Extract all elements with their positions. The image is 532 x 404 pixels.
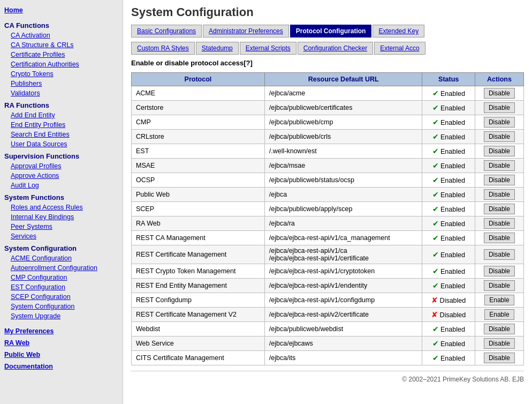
disable-button[interactable]: Disable <box>484 88 515 99</box>
disable-button[interactable]: Disable <box>484 146 515 156</box>
sidebar-item-end-entity-profiles[interactable]: End Entity Profiles <box>0 120 123 130</box>
sidebar-item-ca-activation[interactable]: CA Activation <box>0 31 123 40</box>
disable-button[interactable]: Disable <box>484 131 515 142</box>
disable-button[interactable]: Disable <box>484 266 515 276</box>
sidebar-item-internal-key-bindings[interactable]: Internal Key Bindings <box>0 212 123 222</box>
protocol-cell: ACME <box>132 86 265 101</box>
sidebar-my-preferences[interactable]: My Preferences <box>0 325 123 337</box>
url-cell: /ejbca/publicweb/cmp <box>264 115 422 130</box>
url-cell: /ejbca/publicweb/apply/scep <box>264 202 422 216</box>
sidebar-ra-web[interactable]: RA Web <box>0 337 123 349</box>
action-cell: Disable <box>475 159 523 173</box>
disable-button[interactable]: Disable <box>484 160 515 171</box>
url-cell: /ejbca/msae <box>264 159 422 173</box>
sidebar-item-est-configuration[interactable]: EST Configuration <box>0 282 123 292</box>
disable-button[interactable]: Disable <box>484 204 515 214</box>
disable-button[interactable]: Disable <box>484 280 515 291</box>
disable-button[interactable]: Disable <box>484 102 515 113</box>
action-cell: Disable <box>475 86 523 101</box>
sidebar-item-certification-authorities[interactable]: Certification Authorities <box>0 59 123 69</box>
disable-button[interactable]: Disable <box>484 324 515 334</box>
status-cell: ✔ Enabled <box>422 216 475 231</box>
sidebar-item-approval-profiles[interactable]: Approval Profiles <box>0 161 123 171</box>
check-icon: ✔ <box>432 118 439 126</box>
table-row: Public Web/ejbca✔ EnabledDisable <box>132 188 524 202</box>
sidebar-item-services[interactable]: Services <box>0 231 123 241</box>
sidebar-item-system-upgrade[interactable]: System Upgrade <box>0 311 123 321</box>
tabs-row: Basic Configurations Administrator Prefe… <box>131 25 524 38</box>
protocol-cell: Web Service <box>132 336 265 351</box>
table-row: CRLstore/ejbca/publicweb/crls✔ EnabledDi… <box>132 130 524 144</box>
sidebar-item-ca-structure-crls[interactable]: CA Structure & CRLs <box>0 40 123 50</box>
sidebar-system-configuration-title: System Configuration <box>0 241 123 253</box>
tab-basic[interactable]: Basic Configurations <box>131 25 202 38</box>
tab-admin[interactable]: Administrator Preferences <box>203 25 289 38</box>
tab-statedump[interactable]: Statedump <box>196 42 239 55</box>
sidebar-item-search-end-entities[interactable]: Search End Entities <box>0 130 123 139</box>
disable-button[interactable]: Disable <box>484 175 515 185</box>
disable-button[interactable]: Disable <box>484 117 515 128</box>
protocol-cell: Certstore <box>132 101 265 115</box>
col-header-actions: Actions <box>475 73 523 86</box>
url-cell: /ejbca/ejbca-rest-api/v1/endentity <box>264 279 422 293</box>
sidebar-item-certificate-profiles[interactable]: Certificate Profiles <box>0 50 123 59</box>
sidebar-item-validators[interactable]: Validators <box>0 88 123 98</box>
sidebar-public-web[interactable]: Public Web <box>0 349 123 361</box>
sidebar-item-scep-configuration[interactable]: SCEP Configuration <box>0 292 123 302</box>
enable-button[interactable]: Enable <box>484 309 514 320</box>
table-row: Webdist/ejbca/publicweb/webdist✔ Enabled… <box>132 322 524 336</box>
url-cell: /ejbca/ejbca-rest-api/v1/configdump <box>264 293 422 308</box>
enable-button[interactable]: Enable <box>484 295 514 305</box>
disable-button[interactable]: Disable <box>484 353 515 363</box>
action-cell: Disable <box>475 115 523 130</box>
protocol-cell: EST <box>132 144 265 159</box>
protocol-cell: Webdist <box>132 322 265 336</box>
footer: © 2002–2021 PrimeKey Solutions AB. EJB <box>131 371 524 387</box>
url-cell: /ejbca/ejbca-rest-api/v1/cryptotoken <box>264 264 422 279</box>
sidebar-item-approve-actions[interactable]: Approve Actions <box>0 171 123 181</box>
tab-protocol[interactable]: Protocol Configuration <box>290 25 372 38</box>
disable-button[interactable]: Disable <box>484 249 515 260</box>
check-icon: ✔ <box>432 103 439 112</box>
protocol-cell: OCSP <box>132 173 265 188</box>
tab-custom-ra[interactable]: Custom RA Styles <box>131 42 195 55</box>
sidebar-item-cmp-configuration[interactable]: CMP Configuration <box>0 273 123 282</box>
check-icon: ✔ <box>432 161 439 170</box>
sidebar-item-roles-access-rules[interactable]: Roles and Access Rules <box>0 203 123 212</box>
tab-external-acco[interactable]: External Acco <box>374 42 425 55</box>
table-row: REST Certificate Management V2/ejbca/ejb… <box>132 308 524 322</box>
sidebar-item-audit-log[interactable]: Audit Log <box>0 181 123 190</box>
sidebar-item-publishers[interactable]: Publishers <box>0 79 123 88</box>
url-cell: /ejbca/publicweb/status/ocsp <box>264 173 422 188</box>
disable-button[interactable]: Disable <box>484 189 515 200</box>
col-header-url: Resource Default URL <box>264 73 422 86</box>
sidebar-home[interactable]: Home <box>0 4 123 18</box>
sidebar-item-add-end-entity[interactable]: Add End Entity <box>0 110 123 120</box>
sidebar-item-crypto-tokens[interactable]: Crypto Tokens <box>0 69 123 79</box>
sidebar-item-autoenrollment-configuration[interactable]: Autoenrollment Configuration <box>0 263 123 273</box>
url-cell: /ejbca/its <box>264 351 422 365</box>
tab-external-scripts[interactable]: External Scripts <box>240 42 297 55</box>
protocol-table: Protocol Resource Default URL Status Act… <box>131 72 524 365</box>
sidebar-ra-functions-title: RA Functions <box>0 98 123 110</box>
tab-extended-key[interactable]: Extended Key <box>373 25 424 38</box>
disable-button[interactable]: Disable <box>484 218 515 229</box>
cross-icon: ✘ <box>431 296 438 304</box>
check-icon: ✔ <box>432 339 439 348</box>
action-cell: Disable <box>475 351 523 365</box>
sidebar-item-system-configuration-link[interactable]: System Configuration <box>0 302 123 311</box>
sidebar-item-acme-configuration[interactable]: ACME Configuration <box>0 253 123 263</box>
disable-button[interactable]: Disable <box>484 233 515 243</box>
tabs-row-2: Custom RA Styles Statedump External Scri… <box>131 42 524 55</box>
disable-button[interactable]: Disable <box>484 338 515 349</box>
sidebar-documentation[interactable]: Documentation <box>0 361 123 372</box>
table-row: REST Configdump/ejbca/ejbca-rest-api/v1/… <box>132 293 524 308</box>
status-cell: ✔ Enabled <box>422 173 475 188</box>
check-icon: ✔ <box>432 205 439 213</box>
protocol-cell: REST Crypto Token Management <box>132 264 265 279</box>
sidebar-item-user-data-sources[interactable]: User Data Sources <box>0 139 123 149</box>
tab-config-checker[interactable]: Configuration Checker <box>298 42 373 55</box>
sidebar-item-peer-systems[interactable]: Peer Systems <box>0 222 123 231</box>
enable-disable-text: Enable or disable protocol access[?] <box>131 59 524 67</box>
url-cell: /.well-known/est <box>264 144 422 159</box>
